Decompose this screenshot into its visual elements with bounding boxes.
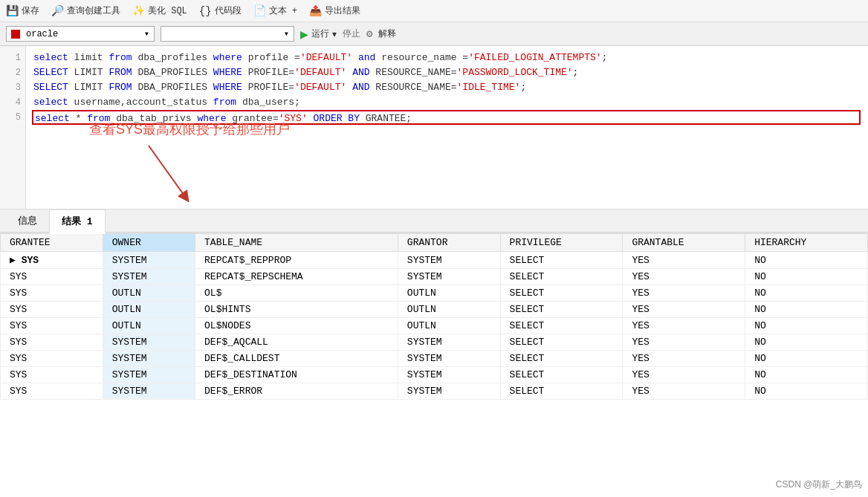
table-cell: OL$NODES xyxy=(195,318,398,334)
col-grantor: GRANTOR xyxy=(398,234,500,252)
export-button[interactable]: 📤 导出结果 xyxy=(309,4,360,17)
table-cell: SYSTEM xyxy=(398,269,500,285)
code-line-3: SELECT LIMIT FROM DBA_PROFILES WHERE PRO… xyxy=(33,80,861,95)
table-cell: YES xyxy=(623,334,745,351)
col-grantee: GRANTEE xyxy=(1,234,103,252)
line-numbers: 1 2 3 4 5 xyxy=(0,46,26,209)
code-snippet-button[interactable]: {} 代码段 xyxy=(199,4,242,17)
stop-button[interactable]: 停止 xyxy=(343,27,360,40)
table-cell: OUTLN xyxy=(398,302,500,318)
results-area[interactable]: GRANTEE OWNER TABLE_NAME GRANTOR PRIVILE… xyxy=(0,233,868,441)
table-cell: SELECT xyxy=(500,367,623,383)
query-builder-button[interactable]: 🔎 查询创建工具 xyxy=(51,4,120,17)
table-cell: YES xyxy=(623,351,745,367)
table-cell: NO xyxy=(745,318,868,334)
table-cell: SYS xyxy=(1,285,103,302)
tab-results[interactable]: 结果 1 xyxy=(49,209,106,234)
line-num-3: 3 xyxy=(0,80,25,95)
code-label: 代码段 xyxy=(215,4,242,17)
table-cell: SELECT xyxy=(500,318,623,334)
tab-bar: 信息 结果 1 xyxy=(0,209,868,233)
table-cell: OL$ xyxy=(195,285,398,302)
table-row: SYSOUTLNOL$NODESOUTLNSELECTYESNO xyxy=(1,318,868,334)
text-button[interactable]: 📄 文本 + xyxy=(253,4,297,17)
table-cell: ▶ SYS xyxy=(1,252,103,269)
export-icon: 📤 xyxy=(309,4,322,17)
schema-dropdown-icon: ▾ xyxy=(284,28,289,39)
table-cell: SYSTEM xyxy=(398,383,500,400)
table-cell: SYS xyxy=(1,367,103,383)
table-row: SYSOUTLNOL$HINTSOUTLNSELECTYESNO xyxy=(1,302,868,318)
tab-info[interactable]: 信息 xyxy=(6,209,49,233)
table-row: SYSSYSTEMDEF$_ERRORSYSTEMSELECTYESNO xyxy=(1,383,868,400)
table-cell: DEF$_CALLDEST xyxy=(195,351,398,367)
run-label: 运行 xyxy=(311,27,329,40)
code-icon: {} xyxy=(199,5,212,17)
save-button[interactable]: 💾 保存 xyxy=(6,4,39,17)
table-cell: DEF$_DESTINATION xyxy=(195,367,398,383)
table-cell: YES xyxy=(623,302,745,318)
table-row: SYSSYSTEMDEF$_DESTINATIONSYSTEMSELECTYES… xyxy=(1,367,868,383)
table-header-row: GRANTEE OWNER TABLE_NAME GRANTOR PRIVILE… xyxy=(1,234,868,252)
table-cell: OUTLN xyxy=(103,302,195,318)
table-cell: SYSTEM xyxy=(103,351,195,367)
table-body: ▶ SYSSYSTEMREPCAT$_REPPROPSYSTEMSELECTYE… xyxy=(1,252,868,400)
explain-button[interactable]: 解释 xyxy=(378,27,396,40)
table-cell: SYSTEM xyxy=(398,334,500,351)
code-editor[interactable]: select limit from dba_profiles where pro… xyxy=(26,46,868,209)
code-line-5: select * from dba_tab_privs where grante… xyxy=(32,110,861,125)
dropdown-icon: ▾ xyxy=(144,28,149,39)
table-cell: SELECT xyxy=(500,302,623,318)
table-cell: OUTLN xyxy=(398,318,500,334)
results-table: GRANTEE OWNER TABLE_NAME GRANTOR PRIVILE… xyxy=(0,233,868,400)
connection-bar: oracle ▾ ▾ ▶ 运行 ▾ 停止 ⚙ 解释 xyxy=(0,22,868,46)
table-cell: SYS xyxy=(1,334,103,351)
code-line-4: select username,account_status from dba_… xyxy=(33,95,861,110)
table-cell: YES xyxy=(623,383,745,400)
table-cell: SYS xyxy=(1,318,103,334)
table-cell: NO xyxy=(745,252,868,269)
table-cell: NO xyxy=(745,269,868,285)
connection-selector[interactable]: oracle ▾ xyxy=(6,26,155,42)
table-cell: SYS xyxy=(1,269,103,285)
table-cell: SYSTEM xyxy=(103,334,195,351)
table-cell: YES xyxy=(623,367,745,383)
code-line-2: SELECT LIMIT FROM DBA_PROFILES WHERE PRO… xyxy=(33,65,861,80)
query-icon: 🔎 xyxy=(51,4,64,17)
col-hierarchy: HIERARCHY xyxy=(745,234,868,252)
connection-status-icon xyxy=(11,30,20,39)
table-cell: REPCAT$_REPSCHEMA xyxy=(195,269,398,285)
table-cell: NO xyxy=(745,367,868,383)
line-num-1: 1 xyxy=(0,51,25,65)
table-row: SYSSYSTEMDEF$_CALLDESTSYSTEMSELECTYESNO xyxy=(1,351,868,367)
table-cell: YES xyxy=(623,318,745,334)
table-cell: SYS xyxy=(1,383,103,400)
export-label: 导出结果 xyxy=(325,4,360,17)
col-grantable: GRANTABLE xyxy=(623,234,745,252)
table-cell: YES xyxy=(623,269,745,285)
table-cell: REPCAT$_REPPROP xyxy=(195,252,398,269)
table-cell: SYSTEM xyxy=(103,367,195,383)
run-dropdown-arrow: ▾ xyxy=(332,29,337,39)
table-cell: SYS xyxy=(1,302,103,318)
table-cell: NO xyxy=(745,285,868,302)
editor-area[interactable]: 1 2 3 4 5 select limit from dba_profiles… xyxy=(0,46,868,209)
table-cell: SELECT xyxy=(500,383,623,400)
table-cell: SYSTEM xyxy=(103,252,195,269)
table-row: SYSOUTLNOL$OUTLNSELECTYESNO xyxy=(1,285,868,302)
schema-selector[interactable]: ▾ xyxy=(161,26,294,42)
save-icon: 💾 xyxy=(6,4,19,17)
explain-icon: ⚙ xyxy=(366,27,372,40)
line-num-4: 4 xyxy=(0,95,25,110)
col-privilege: PRIVILEGE xyxy=(500,234,623,252)
table-cell: SELECT xyxy=(500,285,623,302)
text-label: 文本 + xyxy=(269,4,297,17)
table-cell: SELECT xyxy=(500,351,623,367)
toolbar: 💾 保存 🔎 查询创建工具 ✨ 美化 SQL {} 代码段 📄 文本 + 📤 导… xyxy=(0,0,868,22)
run-button[interactable]: ▶ 运行 ▾ xyxy=(300,27,337,40)
table-row: ▶ SYSSYSTEMREPCAT$_REPPROPSYSTEMSELECTYE… xyxy=(1,252,868,269)
table-cell: DEF$_ERROR xyxy=(195,383,398,400)
beautify-sql-button[interactable]: ✨ 美化 SQL xyxy=(132,4,187,17)
query-label: 查询创建工具 xyxy=(67,4,120,17)
col-owner: OWNER xyxy=(103,234,195,252)
